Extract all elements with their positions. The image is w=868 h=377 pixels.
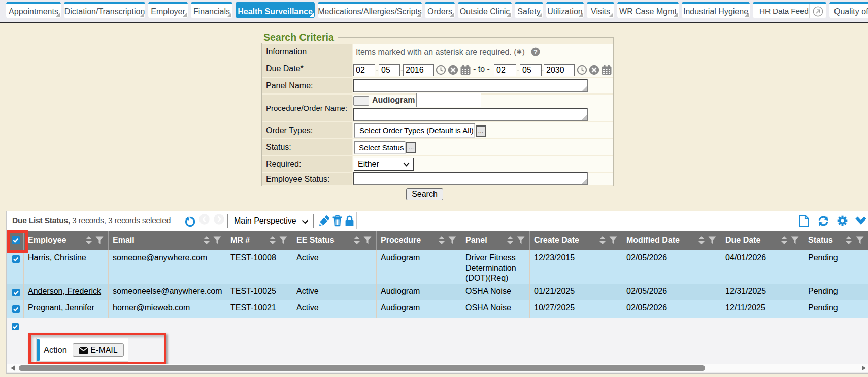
svg-text:?: ?	[533, 48, 538, 56]
